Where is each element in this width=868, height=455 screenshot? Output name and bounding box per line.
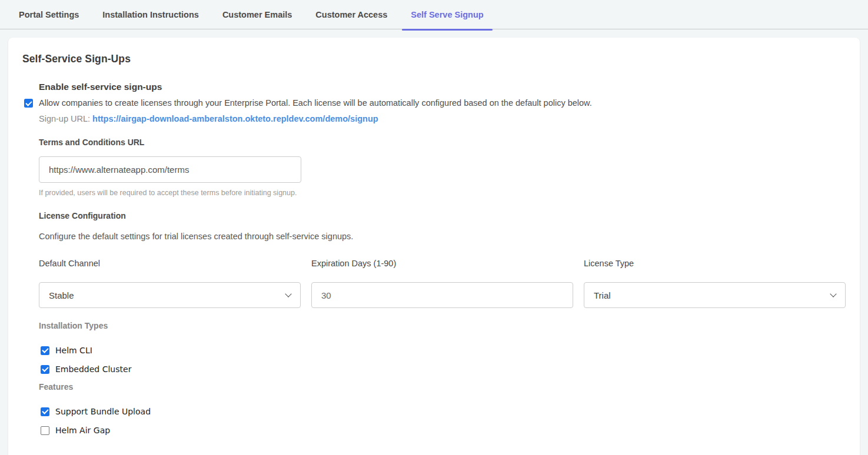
signup-url-label: Sign-up URL: — [39, 114, 90, 123]
helm-cli-checkbox[interactable] — [41, 346, 49, 355]
settings-tab-bar: Portal Settings Installation Instruction… — [0, 0, 868, 29]
installation-types-list: Helm CLI Embedded Cluster — [41, 344, 846, 375]
enable-signups-text-block: Allow companies to create licenses throu… — [39, 98, 592, 123]
helm-cli-label: Helm CLI — [55, 346, 92, 355]
tab-customer-emails[interactable]: Customer Emails — [214, 0, 301, 29]
license-configuration-label: License Configuration — [39, 211, 846, 220]
support-bundle-upload-label: Support Bundle Upload — [55, 407, 151, 416]
terms-url-input[interactable] — [39, 156, 301, 183]
expiration-days-label: Expiration Days (1-90) — [311, 259, 573, 268]
license-config-field-grid: Default Channel Stable Expiration Days (… — [39, 259, 846, 308]
installation-type-embedded-cluster[interactable]: Embedded Cluster — [41, 363, 846, 375]
enable-signups-row: Allow companies to create licenses throu… — [24, 98, 846, 123]
default-channel-select[interactable]: Stable — [39, 282, 301, 308]
signup-url-line: Sign-up URL: https://airgap-download-amb… — [39, 114, 592, 123]
tab-self-serve-signup[interactable]: Self Serve Signup — [402, 0, 492, 29]
license-type-field: License Type Trial — [584, 259, 846, 308]
signup-url-link[interactable]: https://airgap-download-amberalston.okte… — [92, 114, 378, 123]
page-title: Self-Service Sign-Ups — [22, 53, 846, 65]
tab-customer-access[interactable]: Customer Access — [307, 0, 396, 29]
installation-types-label: Installation Types — [39, 321, 846, 330]
embedded-cluster-checkbox[interactable] — [41, 365, 49, 374]
installation-type-helm-cli[interactable]: Helm CLI — [41, 344, 846, 356]
terms-url-label: Terms and Conditions URL — [39, 138, 846, 147]
feature-support-bundle-upload[interactable]: Support Bundle Upload — [41, 406, 846, 417]
helm-air-gap-label: Helm Air Gap — [55, 426, 110, 435]
enable-signups-description: Allow companies to create licenses throu… — [39, 98, 592, 109]
embedded-cluster-label: Embedded Cluster — [55, 364, 131, 374]
self-serve-signup-panel: Self-Service Sign-Ups Enable self-servic… — [8, 38, 860, 455]
default-channel-field: Default Channel Stable — [39, 259, 301, 308]
support-bundle-upload-checkbox[interactable] — [41, 407, 49, 416]
license-configuration-description: Configure the default settings for trial… — [39, 232, 846, 241]
helm-air-gap-checkbox[interactable] — [41, 426, 49, 435]
feature-helm-air-gap[interactable]: Helm Air Gap — [41, 424, 846, 436]
enable-signups-heading: Enable self-service sign-ups — [39, 82, 846, 92]
expiration-days-field: Expiration Days (1-90) — [311, 259, 573, 308]
license-type-select[interactable]: Trial — [584, 282, 846, 308]
expiration-days-input[interactable] — [311, 282, 573, 308]
enable-signups-checkbox[interactable] — [24, 99, 33, 108]
default-channel-label: Default Channel — [39, 259, 301, 268]
features-label: Features — [39, 382, 846, 392]
tab-installation-instructions[interactable]: Installation Instructions — [94, 0, 208, 29]
features-list: Support Bundle Upload Helm Air Gap — [41, 406, 846, 436]
terms-url-helper: If provided, users will be required to a… — [39, 189, 846, 197]
tab-portal-settings[interactable]: Portal Settings — [10, 0, 88, 29]
license-type-label: License Type — [584, 259, 846, 268]
